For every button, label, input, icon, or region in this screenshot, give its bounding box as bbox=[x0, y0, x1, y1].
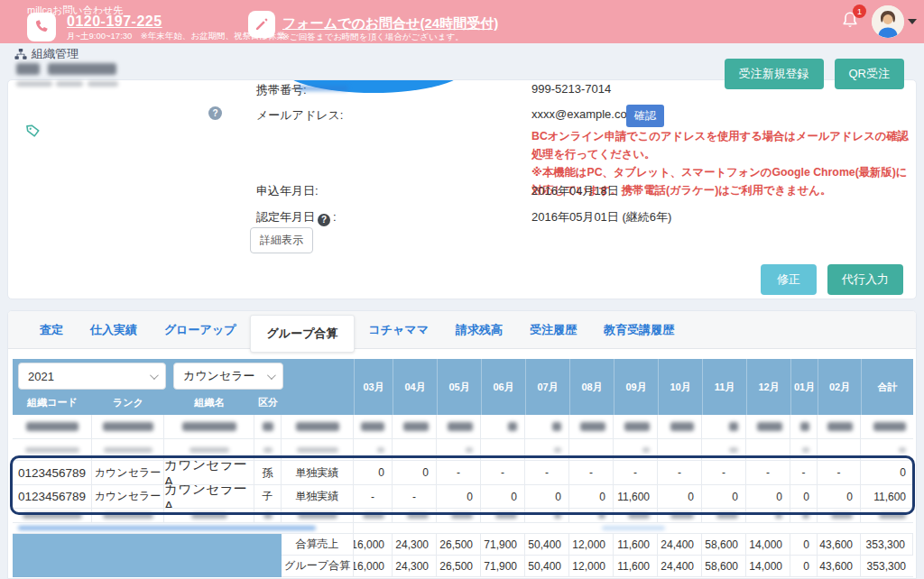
summary-label: グループ合算 bbox=[282, 556, 354, 577]
cell-month-value: 0 bbox=[569, 485, 614, 509]
chevron-down-icon bbox=[150, 371, 159, 380]
summary-value: 50,400 bbox=[525, 534, 569, 556]
edit-button[interactable]: 修正 bbox=[761, 264, 817, 295]
form-contact-note: ※ご回答までお時間を頂く場合がございます。 bbox=[282, 32, 464, 43]
table-row-redacted bbox=[13, 523, 913, 534]
tab-shiire-jisseki[interactable]: 仕入実績 bbox=[77, 311, 151, 349]
tab-bar: 査定 仕入実績 グローアップ グループ合算 コチャママ 請求残高 受注履歴 教育… bbox=[8, 311, 916, 349]
cell-kubun: 子 bbox=[254, 485, 282, 509]
summary-value: 24,300 bbox=[393, 534, 437, 556]
mobile-number-value: 999-5213-7014 bbox=[531, 82, 611, 96]
email-confirm-button[interactable]: 確認 bbox=[626, 105, 664, 127]
summary-value: 11,600 bbox=[614, 556, 658, 577]
cell-month-value: - bbox=[818, 461, 861, 485]
certify-help-icon[interactable] bbox=[318, 214, 330, 226]
summary-value: 58,600 bbox=[702, 534, 746, 556]
certify-date-label: 認定年月日: bbox=[256, 209, 337, 226]
topbar: millcaお問い合わせ先 0120-197-225 月~土9:00~17:30… bbox=[0, 0, 924, 43]
email-label: メールアドレス: bbox=[256, 107, 343, 124]
summary-value: 0 bbox=[790, 556, 818, 577]
cell-name: カウンセラーA bbox=[164, 461, 254, 485]
apply-date-label: 申込年月日: bbox=[256, 183, 319, 199]
summary-value: 11,600 bbox=[614, 534, 658, 556]
order-actions: 受注新規登録 QR受注 bbox=[725, 59, 905, 89]
rank-select[interactable]: カウンセラー bbox=[173, 363, 283, 390]
redacted-subtext bbox=[16, 75, 118, 91]
tab-kochamama[interactable]: コチャママ bbox=[355, 311, 442, 349]
notifications-button[interactable]: 1 bbox=[839, 10, 866, 37]
summary-value: 16,000 bbox=[354, 534, 393, 556]
redacted-link bbox=[298, 79, 348, 96]
summary-value: 71,900 bbox=[481, 556, 525, 577]
profile-actions: 修正 代行入力 bbox=[761, 264, 903, 295]
tab-seikyu-zandaka[interactable]: 請求残高 bbox=[442, 311, 516, 349]
summary-value: 14,000 bbox=[746, 556, 790, 577]
summary-value: 50,400 bbox=[525, 556, 569, 577]
year-select[interactable]: 2021 bbox=[18, 363, 166, 390]
sitemap-icon bbox=[14, 48, 27, 60]
help-icon[interactable] bbox=[208, 106, 222, 120]
table-row-child: 0123456789 カウンセラー カウンセラーA 子 単独実績 - - 0 0… bbox=[13, 485, 913, 509]
tab-group-gassan[interactable]: グループ合算 bbox=[250, 315, 356, 353]
email-warning-line1: BCオンライン申請でこのアドレスを使用する場合はメールアドレスの確認処理を行って… bbox=[531, 130, 909, 161]
cell-month-value: 0 bbox=[354, 461, 393, 485]
proxy-input-button[interactable]: 代行入力 bbox=[827, 264, 903, 295]
avatar[interactable] bbox=[872, 5, 904, 38]
cell-type: 単独実績 bbox=[282, 461, 354, 485]
cell-month-value: - bbox=[569, 461, 614, 485]
cell-month-value: 0 bbox=[658, 485, 702, 509]
cell-month-value: 0 bbox=[481, 485, 525, 509]
table-row-grandchild: 0123456789 カウンセラー カウンセラーA 孫 単独実績 0 0 - -… bbox=[13, 461, 913, 485]
table-summary: 合算売上 16,000 24,300 26,500 71,900 50,400 … bbox=[13, 534, 913, 577]
summary-value: 14,000 bbox=[746, 534, 790, 556]
tab-grow-up[interactable]: グローアップ bbox=[151, 311, 250, 349]
pencil-icon bbox=[248, 11, 275, 38]
email-value: xxxx@example.com bbox=[531, 107, 637, 121]
summary-value: 43,600 bbox=[818, 534, 861, 556]
summary-value: 12,000 bbox=[569, 534, 614, 556]
summary-value: 26,500 bbox=[437, 534, 481, 556]
qr-order-button[interactable]: QR受注 bbox=[835, 59, 905, 89]
cell-month-value: - bbox=[354, 485, 393, 509]
summary-label: 合算売上 bbox=[282, 534, 354, 556]
group-summary-table: 03月 04月 05月 06月 07月 08月 09月 10月 11月 12月 … bbox=[13, 359, 913, 577]
notification-badge: 1 bbox=[853, 5, 866, 18]
cell-month-value: - bbox=[746, 461, 790, 485]
cell-month-value: - bbox=[525, 461, 569, 485]
tab-juchu-rireki[interactable]: 受注履歴 bbox=[516, 311, 590, 349]
cell-month-value: 0 bbox=[525, 485, 569, 509]
col-header-name: 組織名 bbox=[164, 396, 254, 409]
cell-month-value: 0 bbox=[702, 485, 746, 509]
summary-merged-cell bbox=[13, 534, 282, 577]
summary-value: 24,300 bbox=[393, 556, 437, 577]
cell-month-value: 0 bbox=[746, 485, 790, 509]
phone-icon bbox=[27, 13, 56, 41]
col-header-rank: ランク bbox=[92, 396, 164, 409]
summary-value: 16,000 bbox=[354, 556, 393, 577]
cell-rank: カウンセラー bbox=[92, 461, 164, 485]
tab-satei[interactable]: 査定 bbox=[26, 311, 77, 349]
col-header-kubun: 区分 bbox=[254, 396, 282, 409]
table-row-redacted bbox=[13, 439, 913, 461]
order-new-button[interactable]: 受注新規登録 bbox=[725, 59, 824, 89]
cell-month-value: - bbox=[481, 461, 525, 485]
summary-total: 353,300 bbox=[861, 556, 913, 577]
summary-value: 0 bbox=[790, 534, 818, 556]
tag-icon[interactable] bbox=[25, 123, 42, 142]
cell-month-value: 11,600 bbox=[614, 485, 658, 509]
form-contact-link[interactable]: フォームでのお問合せ(24時間受付) bbox=[282, 15, 498, 32]
cell-month-value: 0 bbox=[393, 461, 437, 485]
caret-down-icon[interactable] bbox=[908, 19, 917, 24]
detail-toggle-button[interactable]: 詳細表示 bbox=[250, 227, 313, 253]
tab-kyoiku-jukou-rireki[interactable]: 教育受講履歴 bbox=[590, 311, 688, 349]
table-row-redacted bbox=[13, 509, 913, 523]
cell-name: カウンセラーA bbox=[164, 485, 254, 509]
cell-month-value: 0 bbox=[818, 485, 861, 509]
chevron-down-icon bbox=[267, 371, 276, 380]
certify-date-value: 2016年05月01日 (継続6年) bbox=[531, 209, 671, 225]
cell-total: 11,600 bbox=[861, 485, 913, 509]
table-row-redacted bbox=[13, 415, 913, 439]
contact-phone-link[interactable]: 0120-197-225 bbox=[67, 14, 162, 30]
cell-code: 0123456789 bbox=[13, 461, 92, 485]
summary-value: 24,400 bbox=[658, 534, 702, 556]
